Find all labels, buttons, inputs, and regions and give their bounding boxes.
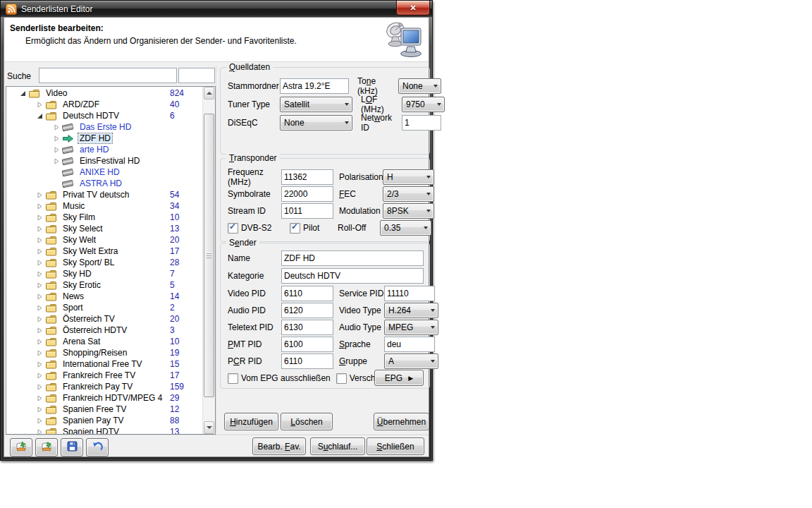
dvbs2-checkbox[interactable]: DVB-S2 — [228, 223, 290, 234]
tree-item[interactable]: Österreich TV20 — [6, 313, 202, 325]
expander-closed-icon[interactable] — [34, 316, 45, 322]
scrollbar-thumb[interactable] — [204, 114, 214, 397]
tree-item[interactable]: Spanien HDTV13 — [6, 426, 202, 435]
import-list-button[interactable] — [10, 438, 32, 456]
tree-item[interactable]: Österreich HDTV3 — [6, 325, 202, 336]
tree-item[interactable]: EinsFestival HD — [6, 155, 202, 167]
hinzufuegen-button[interactable]: Hinzufügen — [224, 413, 278, 430]
titlebar[interactable]: Senderlisten Editor — [1, 1, 432, 17]
expander-closed-icon[interactable] — [34, 384, 45, 390]
pcr-pid-input[interactable] — [281, 353, 333, 369]
search-input[interactable] — [39, 68, 177, 83]
loeschen-button[interactable]: Löschen — [281, 413, 333, 430]
expander-closed-icon[interactable] — [51, 158, 62, 164]
search-extra-input[interactable] — [178, 68, 215, 83]
tree-item[interactable]: ASTRA HD — [6, 178, 202, 189]
teletext-pid-input[interactable] — [281, 320, 333, 335]
audio-pid-input[interactable] — [281, 303, 333, 318]
channel-tree[interactable]: Video824ARD/ZDF40Deutsch HDTV6Das Erste … — [6, 86, 216, 435]
tree-item[interactable]: arte HD — [6, 144, 202, 155]
save-button[interactable] — [61, 438, 83, 456]
expander-closed-icon[interactable] — [34, 361, 45, 368]
network-id-input[interactable] — [402, 115, 441, 131]
export-list-button[interactable] — [35, 438, 58, 456]
tree-item[interactable]: ANIXE HD — [6, 167, 202, 178]
pilot-checkbox[interactable]: Pilot — [290, 223, 333, 234]
expander-closed-icon[interactable] — [34, 339, 45, 345]
tree-item[interactable]: Frankreich Pay TV159 — [6, 381, 202, 392]
epg-button[interactable]: EPG ▶ — [374, 370, 424, 386]
tree-item[interactable]: News14 — [6, 291, 202, 302]
tree-item[interactable]: Sky Sport/ BL28 — [6, 257, 202, 268]
expander-closed-icon[interactable] — [34, 102, 45, 108]
tree-item[interactable]: Video824 — [6, 87, 202, 99]
expander-closed-icon[interactable] — [34, 406, 45, 413]
service-pid-input[interactable] — [384, 286, 435, 301]
tree-item[interactable]: Privat TV deutsch54 — [6, 189, 202, 200]
schliessen-button[interactable]: Schließen — [367, 437, 424, 455]
tree-item[interactable]: Sport2 — [6, 302, 202, 313]
expander-closed-icon[interactable] — [34, 271, 45, 277]
lof-dropdown[interactable]: 9750 — [402, 97, 445, 112]
expander-closed-icon[interactable] — [34, 418, 45, 424]
tree-item[interactable]: ARD/ZDF40 — [6, 99, 202, 110]
tree-item[interactable]: Sky Welt Extra17 — [6, 246, 202, 257]
kategorie-input[interactable] — [281, 268, 424, 284]
bearb-fav-button[interactable]: Bearb. Fav. — [252, 437, 306, 455]
polarisation-dropdown[interactable]: H — [383, 169, 434, 185]
expander-closed-icon[interactable] — [34, 429, 45, 435]
tree-item[interactable]: Das Erste HD — [6, 121, 202, 133]
close-button[interactable]: ✕ — [396, 1, 430, 16]
tree-item[interactable]: Deutsch HDTV6 — [6, 110, 202, 121]
tree-item[interactable]: Spanien Pay TV88 — [6, 415, 202, 426]
expander-closed-icon[interactable] — [51, 124, 62, 131]
expander-closed-icon[interactable] — [34, 327, 45, 334]
expander-open-icon[interactable] — [34, 113, 45, 119]
tree-item[interactable]: Sky Select13 — [6, 223, 202, 234]
tone-dropdown[interactable]: None — [398, 78, 441, 94]
tree-item[interactable]: Sky Film10 — [6, 212, 202, 223]
expander-closed-icon[interactable] — [34, 203, 45, 210]
tree-scrollbar[interactable] — [202, 87, 215, 434]
expander-closed-icon[interactable] — [51, 135, 62, 142]
tree-item[interactable]: Arena Sat10 — [6, 336, 202, 347]
uebernehmen-button[interactable]: Übernehmen — [374, 413, 429, 430]
epg-exclude-checkbox[interactable]: Vom EPG ausschließen — [228, 373, 331, 384]
tree-item[interactable]: Sky HD7 — [6, 268, 202, 279]
tree-item[interactable]: Sky Welt20 — [6, 234, 202, 246]
stream-id-input[interactable] — [281, 203, 333, 219]
name-input[interactable] — [281, 250, 424, 266]
expander-closed-icon[interactable] — [34, 350, 45, 356]
video-pid-input[interactable] — [281, 286, 333, 301]
pmt-pid-input[interactable] — [281, 337, 333, 352]
symbolrate-input[interactable] — [281, 186, 333, 202]
expander-closed-icon[interactable] — [34, 260, 45, 266]
expander-closed-icon[interactable] — [34, 237, 45, 243]
scroll-down-button[interactable] — [204, 421, 214, 434]
frequenz-input[interactable] — [281, 169, 333, 185]
suchlauf-button[interactable]: Suchlauf... — [310, 437, 365, 455]
expander-closed-icon[interactable] — [51, 147, 62, 153]
stammordner-input[interactable] — [280, 78, 349, 94]
diseqc-dropdown[interactable]: None — [280, 115, 352, 131]
expander-closed-icon[interactable] — [34, 305, 45, 311]
expander-closed-icon[interactable] — [34, 294, 45, 300]
audio-type-dropdown[interactable]: MPEG — [384, 320, 438, 335]
rolloff-dropdown[interactable]: 0.35 — [380, 220, 431, 236]
video-type-dropdown[interactable]: H.264 — [384, 303, 438, 318]
undo-button[interactable] — [86, 438, 109, 456]
expander-closed-icon[interactable] — [34, 395, 45, 401]
expander-closed-icon[interactable] — [34, 282, 45, 289]
tuner-type-dropdown[interactable]: Satellit — [280, 97, 352, 112]
expander-closed-icon[interactable] — [34, 214, 45, 221]
expander-open-icon[interactable] — [17, 90, 28, 97]
sprache-input[interactable] — [384, 337, 435, 352]
expander-closed-icon[interactable] — [34, 248, 45, 255]
fec-dropdown[interactable]: 2/3 — [383, 186, 434, 202]
expander-closed-icon[interactable] — [34, 373, 45, 379]
tree-item[interactable]: Sky Erotic5 — [6, 279, 202, 291]
tree-item[interactable]: Frankreich Free TV17 — [6, 370, 202, 381]
tree-item[interactable]: Frankreich HDTV/MPEG 429 — [6, 392, 202, 404]
tree-item[interactable]: ZDF HD — [6, 133, 202, 144]
tree-item[interactable]: Shopping/Reisen19 — [6, 347, 202, 358]
